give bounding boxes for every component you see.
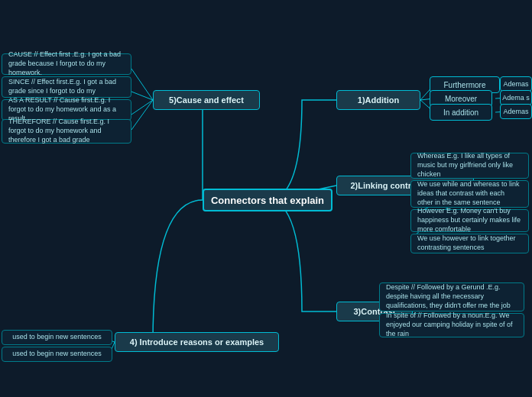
node-despite: Despite // Followed by a Gerund .E.g. de…	[379, 282, 524, 311]
node-cause4: THEREFORE // Cause first.E.g. I forgot t…	[2, 119, 131, 144]
center-node: Connectors that explain	[203, 189, 332, 211]
node-whereas1: Whereas E.g. I like all types of music b…	[410, 153, 529, 179]
svg-line-13	[131, 92, 153, 100]
node-ademas2: Adema s	[500, 90, 532, 105]
node-cause2: SINCE // Effect first.E.g. I got a bad g…	[2, 76, 131, 98]
node-intro2: used to begin new sentences	[2, 347, 112, 362]
node-inspite: In spite of // Followed by a noun.E.g. W…	[379, 313, 524, 337]
svg-line-15	[131, 100, 153, 130]
node-cause1: CAUSE // Effect first .E.g. I got a bad …	[2, 53, 131, 75]
node-however2: We use however to link together contrast…	[410, 234, 529, 253]
node-introduce: 4) Introduce reasons or examples	[115, 332, 279, 352]
node-addition: 1)Addition	[336, 90, 420, 110]
node-however1: However E.g. Money can't buy happiness b…	[410, 209, 529, 232]
svg-line-12	[131, 69, 153, 100]
svg-line-14	[131, 100, 153, 115]
mindmap-container: Connectors that explain 1)Addition 2)Lin…	[0, 0, 532, 397]
node-inaddition: In addition	[430, 104, 492, 121]
node-whereas2: We use while and whereas to link ideas t…	[410, 180, 529, 208]
node-cause-effect: 5)Cause and effect	[153, 90, 260, 110]
node-intro1: used to begin new sentences	[2, 330, 112, 345]
node-ademas3: Ademas	[500, 104, 532, 119]
node-ademas1: Ademas	[500, 76, 532, 92]
